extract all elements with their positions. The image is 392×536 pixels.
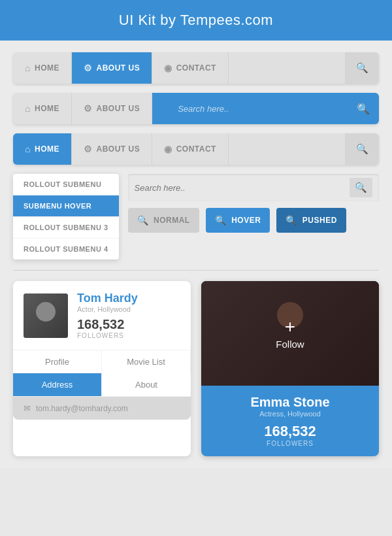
submenu-item-4[interactable]: ROLLOUT SUBMENU 4 (13, 239, 119, 260)
search-buttons-row: 🔍 NORMAL 🔍 HOVER 🔍 PUSHED (128, 208, 380, 233)
tom-email-text: tom.hardy@tomhardy.com (36, 404, 128, 413)
tab-address[interactable]: Address (13, 373, 102, 396)
follow-overlay[interactable]: + Follow (201, 281, 379, 386)
tab-profile[interactable]: Profile (13, 350, 102, 373)
submenu-search-row: ROLLOUT SUBMENU SUBMENU HOVER ROLLOUT SU… (13, 174, 379, 260)
tom-followers-label: FOLLOWERS (77, 332, 138, 339)
emma-name: Emma Stone (250, 395, 329, 410)
nav3-about[interactable]: ⚙ ABOUT US (72, 133, 152, 165)
tom-followers-count: 168,532 (77, 317, 138, 332)
card-emma-stone: + Follow Emma Stone Actress, Hollywood 1… (201, 281, 379, 456)
profile-cards-row: Tom Hardy Actor, Hollywood 168,532 FOLLO… (13, 281, 379, 456)
search-btn-normal[interactable]: 🔍 NORMAL (128, 208, 199, 233)
tab-about[interactable]: About (102, 373, 191, 396)
emma-subtitle: Actress, Hollywood (250, 410, 329, 418)
nav2-search-icon: 🔍 (357, 103, 370, 115)
emma-avatar-area: + Follow (201, 281, 379, 386)
search-pushed-icon: 🔍 (286, 215, 297, 226)
nav3-contact[interactable]: ◉ CONTACT (152, 133, 229, 165)
search-hover-icon: 🔍 (215, 215, 227, 226)
card-tom-tabs: Profile Movie List Address About (13, 350, 191, 397)
avatar-tom (24, 293, 68, 338)
home2-icon: ⌂ (25, 103, 31, 114)
nav1-contact[interactable]: ◉ CONTACT (152, 52, 229, 84)
home3-icon: ⌂ (25, 144, 31, 154)
nav3-home[interactable]: ⌂ HOME (13, 133, 72, 165)
nav1-about[interactable]: ⚙ ABOUT US (72, 52, 152, 84)
page-header: UI Kit by Tempees.com (0, 0, 392, 41)
card-emma-info: Emma Stone Actress, Hollywood 168,532 FO… (240, 386, 340, 456)
contact3-icon: ◉ (164, 144, 172, 154)
tom-subtitle: Actor, Hollywood (77, 305, 138, 313)
about3-icon: ⚙ (84, 144, 93, 154)
header-title: UI Kit by Tempees.com (119, 12, 273, 28)
tab-movie-list[interactable]: Movie List (102, 350, 191, 373)
nav2-search-input[interactable] (178, 104, 351, 114)
card-tom-email: ✉ tom.hardy@tomhardy.com (13, 397, 191, 420)
main-content: ⌂ HOME ⚙ ABOUT US ◉ CONTACT 🔍 ⌂ HOME ⚙ A… (0, 41, 392, 468)
nav2-arrow-icon: ▶ (161, 103, 172, 114)
about-icon: ⚙ (84, 63, 93, 73)
submenu-item-3[interactable]: ROLLOUT SUBMENU 3 (13, 217, 119, 239)
search-input-box: 🔍 (128, 174, 380, 201)
nav2-home[interactable]: ⌂ HOME (13, 93, 72, 124)
nav1-home[interactable]: ⌂ HOME (13, 52, 72, 84)
card-tom-hardy: Tom Hardy Actor, Hollywood 168,532 FOLLO… (13, 281, 191, 456)
card-tom-top: Tom Hardy Actor, Hollywood 168,532 FOLLO… (13, 281, 191, 350)
search-panel: 🔍 🔍 NORMAL 🔍 HOVER 🔍 PUSHED (128, 174, 380, 260)
contact-icon: ◉ (164, 63, 172, 73)
submenu-item-2-hover[interactable]: SUBMENU HOVER (13, 195, 119, 217)
submenu-container: ROLLOUT SUBMENU SUBMENU HOVER ROLLOUT SU… (13, 174, 119, 260)
emma-followers-label: FOLLOWERS (250, 440, 329, 447)
nav-bar-3: ⌂ HOME ⚙ ABOUT US ◉ CONTACT 🔍 (13, 133, 379, 165)
about2-icon: ⚙ (84, 103, 93, 114)
search-normal-icon: 🔍 (137, 215, 149, 226)
search-btn-hover[interactable]: 🔍 HOVER (206, 208, 270, 233)
card-tom-info: Tom Hardy Actor, Hollywood 168,532 FOLLO… (77, 292, 138, 339)
emma-followers-count: 168,532 (250, 423, 329, 440)
nav2-search-area[interactable]: ▶ 🔍 (152, 93, 379, 124)
nav-bar-2: ⌂ HOME ⚙ ABOUT US ▶ 🔍 (13, 93, 379, 124)
follow-label: Follow (276, 339, 304, 350)
nav-bar-1: ⌂ HOME ⚙ ABOUT US ◉ CONTACT 🔍 (13, 52, 379, 84)
search-input[interactable] (135, 183, 350, 193)
email-icon: ✉ (24, 403, 31, 413)
search-btn-pushed[interactable]: 🔍 PUSHED (276, 208, 346, 233)
home-icon: ⌂ (25, 63, 31, 73)
search-box-icon[interactable]: 🔍 (350, 178, 372, 197)
submenu-item-1[interactable]: ROLLOUT SUBMENU (13, 174, 119, 195)
section-divider (13, 270, 379, 271)
nav2-about[interactable]: ⚙ ABOUT US (72, 93, 152, 124)
nav3-search-button[interactable]: 🔍 (345, 133, 379, 165)
tom-name: Tom Hardy (77, 292, 138, 305)
nav1-search-button[interactable]: 🔍 (345, 52, 379, 84)
follow-plus-icon: + (285, 318, 295, 336)
tom-silhouette (24, 293, 68, 338)
